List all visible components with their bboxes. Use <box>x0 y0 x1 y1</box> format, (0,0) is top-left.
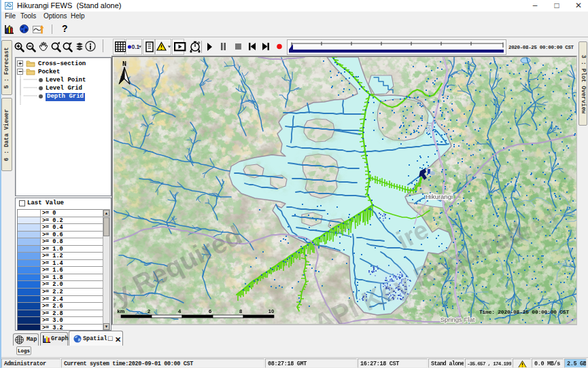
svg-text:0.1: 0.1 <box>132 43 140 50</box>
svg-text:Springs Flat: Springs Flat <box>440 316 475 323</box>
svg-text:Time: 2020-08-25 00:00:00 CST: Time: 2020-08-25 00:00:00 CST <box>479 309 569 315</box>
svg-text:10: 10 <box>269 308 274 314</box>
svg-text:SH1: SH1 <box>425 121 433 133</box>
svg-text:8: 8 <box>239 308 242 314</box>
svg-text:2: 2 <box>148 308 150 314</box>
svg-text:Hikurangi: Hikurangi <box>426 193 453 200</box>
svg-text:6: 6 <box>209 308 211 314</box>
svg-text:km: km <box>118 308 125 314</box>
svg-text:N: N <box>122 60 126 68</box>
